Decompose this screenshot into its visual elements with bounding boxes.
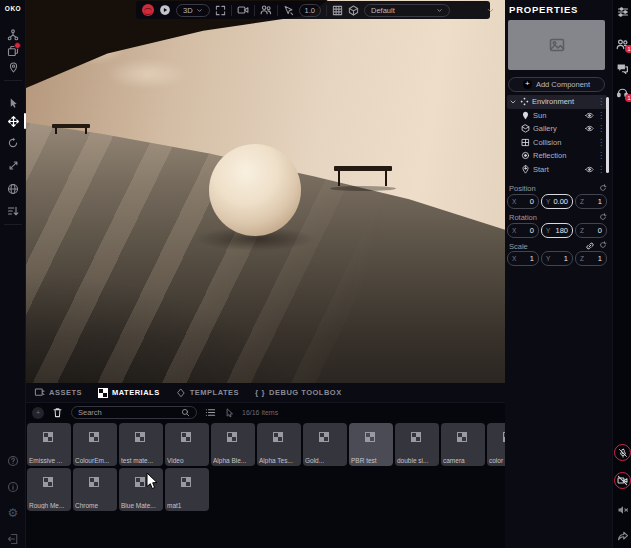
active-tool-indicator: [24, 113, 26, 129]
eye-icon[interactable]: [585, 111, 594, 120]
scale-tool-icon[interactable]: [0, 156, 26, 174]
expand-icon[interactable]: [215, 5, 226, 16]
play-icon[interactable]: [159, 4, 171, 16]
tab-materials[interactable]: MATERIALS: [98, 388, 160, 398]
tree-scrollbar[interactable]: [606, 97, 609, 173]
material-icon: [89, 432, 99, 442]
help-icon[interactable]: [0, 452, 26, 470]
item-menu-icon[interactable]: ⋮: [597, 124, 605, 133]
material-tile[interactable]: Alpha Ble...: [211, 423, 255, 466]
eye-icon[interactable]: [585, 165, 594, 174]
reset-rotation-icon[interactable]: [599, 213, 607, 221]
bench-left[interactable]: [52, 124, 90, 134]
tree-item-start[interactable]: Start ⋮: [507, 163, 607, 177]
preset-dropdown[interactable]: Default: [364, 4, 450, 17]
position-x-field[interactable]: X0: [507, 194, 539, 209]
material-tile-selected[interactable]: PBR test: [349, 423, 393, 466]
app-logo[interactable]: OKO: [0, 5, 26, 12]
plus-icon: +: [523, 80, 532, 89]
material-tile[interactable]: test mate...: [119, 423, 163, 466]
cube-icon[interactable]: [348, 5, 359, 16]
add-material-button[interactable]: +: [32, 407, 44, 419]
tree-item-gallery[interactable]: Gallery ⋮: [507, 122, 607, 136]
tree-item-sun[interactable]: Sun ⋮: [507, 109, 607, 123]
item-menu-icon[interactable]: ⋮: [597, 97, 605, 106]
people-icon[interactable]: 1: [613, 36, 631, 52]
material-tile[interactable]: camera: [441, 423, 485, 466]
camera-icon[interactable]: [237, 4, 249, 16]
material-tile[interactable]: Emissive ...: [27, 423, 71, 466]
reset-position-icon[interactable]: [599, 184, 607, 192]
tree-item-environment[interactable]: Environment ⋮: [507, 95, 607, 109]
sphere-object[interactable]: [209, 144, 301, 236]
list-view-icon[interactable]: [205, 407, 216, 418]
reset-scale-icon[interactable]: [599, 241, 607, 249]
rotation-y-field[interactable]: Y180: [541, 223, 573, 238]
scale-y-field[interactable]: Y1: [541, 251, 573, 266]
trash-icon[interactable]: [52, 407, 63, 418]
view-mode-dropdown[interactable]: 3D: [176, 4, 210, 17]
material-tile[interactable]: Rough Me...: [27, 468, 71, 511]
select-tool-icon[interactable]: [0, 94, 26, 112]
headset-icon[interactable]: 1: [613, 84, 631, 100]
material-tile[interactable]: Blue Mate...: [119, 468, 163, 511]
position-z-field[interactable]: Z1: [575, 194, 607, 209]
material-tile[interactable]: Alpha Tes...: [257, 423, 301, 466]
chevron-down-icon[interactable]: [509, 98, 517, 106]
chat-icon[interactable]: [613, 60, 631, 76]
item-menu-icon[interactable]: ⋮: [597, 151, 605, 160]
camera-off-button[interactable]: [614, 472, 631, 489]
tab-debug-toolbox[interactable]: { } DEBUG TOOLBOX: [255, 388, 342, 397]
toolbar-divider: [277, 5, 278, 16]
share-icon[interactable]: [613, 528, 631, 544]
tab-assets[interactable]: ASSETS: [34, 387, 82, 398]
position-y-field[interactable]: Y0.00: [541, 194, 573, 209]
select-mode-icon[interactable]: [224, 408, 234, 418]
rotation-x-field[interactable]: X0: [507, 223, 539, 238]
chevron-down-icon: [196, 7, 203, 14]
material-tile[interactable]: mat1: [165, 468, 209, 511]
toolbar-collapse-chevron[interactable]: [483, 3, 497, 17]
sliders-icon[interactable]: [613, 4, 631, 20]
sort-icon[interactable]: [0, 202, 26, 220]
move-tool-icon[interactable]: [0, 112, 26, 130]
bench-right[interactable]: [334, 166, 392, 188]
exit-icon[interactable]: [0, 530, 26, 548]
settings-gear-icon[interactable]: ⚙: [0, 504, 26, 522]
mic-off-button[interactable]: [614, 444, 631, 461]
search-input[interactable]: [78, 408, 177, 417]
material-icon: [319, 432, 329, 442]
location-pin-icon[interactable]: [0, 58, 26, 76]
add-component-button[interactable]: + Add Component: [508, 77, 605, 92]
tree-item-collision[interactable]: Collision ⋮: [507, 136, 607, 150]
session-logo-icon[interactable]: [142, 4, 154, 16]
item-menu-icon[interactable]: ⋮: [597, 111, 605, 120]
viewport-3d[interactable]: 3D 1.0: [26, 0, 505, 383]
material-tile[interactable]: Video: [165, 423, 209, 466]
eye-icon[interactable]: [585, 124, 594, 133]
people-badge: 1: [625, 45, 631, 53]
item-menu-icon[interactable]: ⋮: [597, 138, 605, 147]
info-icon[interactable]: [0, 478, 26, 496]
material-tile[interactable]: Chrome: [73, 468, 117, 511]
material-tile[interactable]: double si...: [395, 423, 439, 466]
tree-item-reflection[interactable]: Reflection ⋮: [507, 149, 607, 163]
scale-x-field[interactable]: X1: [507, 251, 539, 266]
rotation-z-field[interactable]: Z0: [575, 223, 607, 238]
material-tile[interactable]: Gold...: [303, 423, 347, 466]
rotate-tool-icon[interactable]: [0, 134, 26, 152]
snap-value-field[interactable]: 1.0: [299, 4, 321, 17]
tab-templates[interactable]: TEMPLATES: [176, 388, 239, 398]
grid-icon[interactable]: [332, 5, 343, 16]
item-menu-icon[interactable]: ⋮: [597, 165, 605, 174]
globe-icon[interactable]: [0, 180, 26, 198]
scale-z-field[interactable]: Z1: [575, 251, 607, 266]
assets-icon: [34, 387, 45, 398]
pointer-snap-icon[interactable]: [283, 5, 294, 16]
object-thumbnail[interactable]: [508, 20, 605, 70]
mic-off-icon: [618, 448, 628, 458]
avatars-icon[interactable]: [260, 4, 272, 16]
material-tile[interactable]: ColourEm...: [73, 423, 117, 466]
speaker-muted-icon[interactable]: [613, 502, 631, 518]
link-scale-icon[interactable]: [585, 241, 595, 251]
